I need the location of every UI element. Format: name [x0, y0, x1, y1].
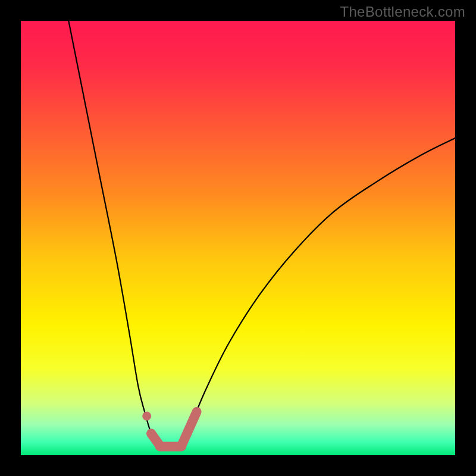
chart-frame: TheBottleneck.com — [0, 0, 476, 476]
curve-left — [68, 21, 158, 446]
marker-dot — [142, 412, 151, 421]
plot-area — [21, 21, 455, 455]
marker-segment — [181, 412, 197, 446]
watermark-label: TheBottleneck.com — [340, 4, 465, 20]
marker-group — [142, 412, 196, 447]
curve-layer — [21, 21, 455, 455]
curve-right — [181, 138, 455, 446]
